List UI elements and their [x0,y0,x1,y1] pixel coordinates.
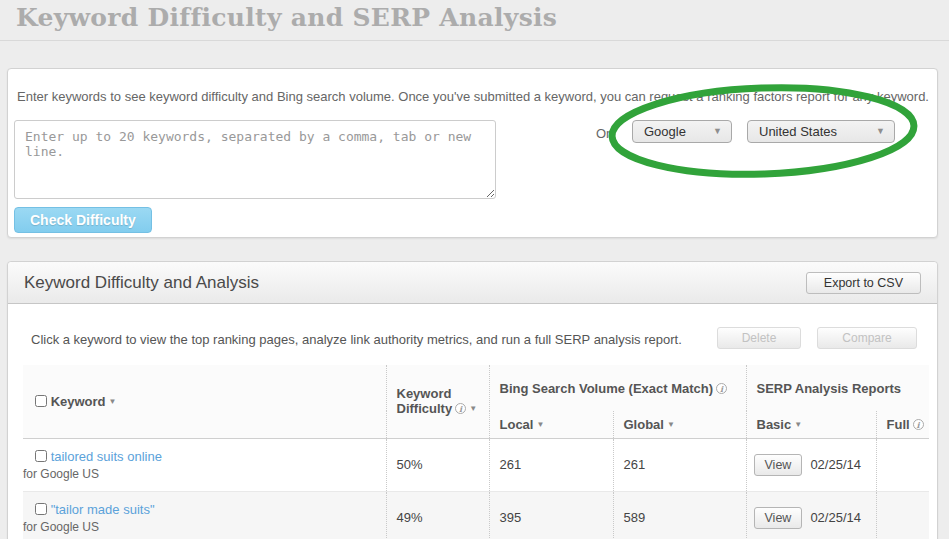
column-group-bing-volume: Bing Search Volume (Exact Match)i [489,365,746,411]
sort-arrow-icon: ▼ [794,420,802,429]
keyword-link[interactable]: tailored suits online [51,449,162,464]
country-select[interactable]: United States ▼ [747,120,895,143]
difficulty-cell: 50% [386,438,489,491]
keyword-scope: for Google US [23,467,386,481]
column-header-full[interactable]: Fulli [876,411,929,438]
column-group-serp-reports: SERP Analysis Reports [746,365,929,411]
global-volume-cell: 589 [613,491,746,539]
keyword-scope: for Google US [23,520,386,534]
basic-report-cell: View02/25/14 [746,491,876,539]
results-title: Keyword Difficulty and Analysis [24,262,259,304]
country-selected-value: United States [759,124,837,139]
sort-arrow-icon: ▼ [469,404,477,413]
row-checkbox[interactable] [35,503,47,515]
column-header-difficulty[interactable]: Keyword Difficultyi▼ [386,365,489,438]
sort-arrow-icon: ▼ [667,420,675,429]
report-date: 02/25/14 [810,457,861,472]
full-report-cell [876,438,929,491]
delete-button[interactable]: Delete [717,327,801,349]
chevron-down-icon: ▼ [713,127,722,136]
search-engine-selected-value: Google [644,124,686,139]
local-volume-cell: 261 [489,438,613,491]
results-panel: Keyword Difficulty and Analysis Export t… [7,261,938,539]
column-header-global[interactable]: Global▼ [613,411,746,438]
local-volume-cell: 395 [489,491,613,539]
column-header-keyword[interactable]: Keyword▼ [23,365,386,438]
global-volume-cell: 261 [613,438,746,491]
row-checkbox[interactable] [35,450,47,462]
keyword-cell: tailored suits online for Google US [23,438,386,491]
results-header-bar: Keyword Difficulty and Analysis Export t… [8,262,937,304]
title-divider [0,40,949,41]
report-date: 02/25/14 [810,510,861,525]
keyword-cell: "tailor made suits" for Google US [23,491,386,539]
sort-arrow-icon: ▼ [536,420,544,429]
keywords-input[interactable] [14,120,496,199]
keyword-results-table: Keyword▼ Keyword Difficultyi▼ Bing Searc… [23,365,929,539]
keyword-entry-panel: Enter keywords to see keyword difficulty… [7,68,938,238]
results-description: Click a keyword to view the top ranking … [31,332,682,347]
export-to-csv-button[interactable]: Export to CSV [806,272,921,294]
chevron-down-icon: ▼ [876,127,885,136]
view-report-button[interactable]: View [754,454,803,476]
difficulty-cell: 49% [386,491,489,539]
info-icon[interactable]: i [716,383,727,394]
info-icon[interactable]: i [913,419,924,430]
sort-arrow-icon: ▼ [109,397,117,406]
full-report-cell [876,491,929,539]
search-engine-select[interactable]: Google ▼ [632,120,732,143]
or-label: Or [596,126,610,141]
table-row: "tailor made suits" for Google US 49% 39… [23,491,929,539]
page-title: Keyword Difficulty and SERP Analysis [16,3,557,32]
compare-button[interactable]: Compare [817,327,917,349]
column-header-local[interactable]: Local▼ [489,411,613,438]
view-report-button[interactable]: View [754,507,803,529]
column-header-basic[interactable]: Basic▼ [746,411,876,438]
basic-report-cell: View02/25/14 [746,438,876,491]
info-icon[interactable]: i [455,403,466,414]
select-all-checkbox[interactable] [35,395,47,407]
table-row: tailored suits online for Google US 50% … [23,438,929,491]
app-screen: Keyword Difficulty and SERP Analysis Ent… [0,0,949,539]
keyword-link[interactable]: "tailor made suits" [51,502,155,517]
intro-description: Enter keywords to see keyword difficulty… [17,89,929,104]
check-difficulty-button[interactable]: Check Difficulty [14,207,152,233]
